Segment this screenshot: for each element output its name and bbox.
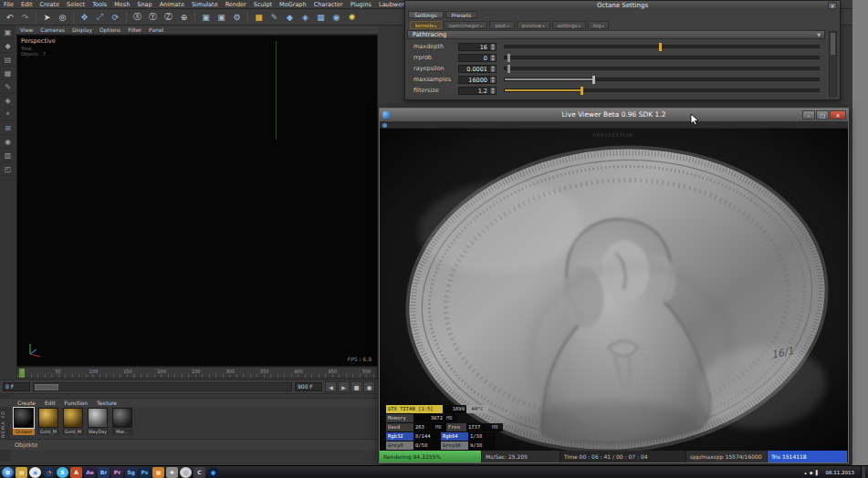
menu-mesh[interactable]: Mesh <box>110 0 133 9</box>
frame-range-slider[interactable] <box>33 382 292 391</box>
frame-start-field[interactable]: 0 F <box>3 382 30 391</box>
render-settings-icon[interactable]: ⚙ <box>230 10 244 24</box>
menu-file[interactable]: File <box>0 0 17 9</box>
param-slider[interactable] <box>504 88 820 92</box>
scale-icon[interactable]: ⤢ <box>93 10 107 24</box>
param-spinner[interactable] <box>489 76 497 84</box>
spinner-up-icon[interactable] <box>491 66 495 68</box>
viewport-menu-panel[interactable]: Panel <box>145 26 167 35</box>
slider-handle[interactable] <box>659 43 662 51</box>
taskbar-firefox-icon[interactable]: ◔ <box>43 467 55 478</box>
taskbar-aftereffects-icon[interactable]: Ae <box>84 467 96 478</box>
param-spinner[interactable] <box>489 54 497 62</box>
menu-sculpt[interactable]: Sculpt <box>250 0 276 9</box>
rotate-icon[interactable]: ⟳ <box>109 10 122 24</box>
viewport-menu-view[interactable]: View <box>16 26 37 35</box>
octane-dropdown-settings[interactable]: settings <box>552 21 586 29</box>
close-icon[interactable]: ✕ <box>828 2 837 9</box>
add-camera-icon[interactable]: ◉ <box>329 10 343 24</box>
record-button[interactable]: ● <box>363 381 375 392</box>
param-slider[interactable] <box>504 67 820 70</box>
taskbar-speedgrade-icon[interactable]: Sg <box>125 467 137 478</box>
material-gold-m[interactable]: Gold_M <box>37 408 59 436</box>
render-picture-viewer-icon[interactable]: ▣ <box>214 10 228 24</box>
tray-icon[interactable]: ▴ <box>804 470 807 475</box>
octane-tab-settings[interactable]: Settings <box>408 11 444 18</box>
menu-edit[interactable]: Edit <box>17 0 37 9</box>
param-spinner[interactable] <box>489 43 497 51</box>
x-axis-lock-icon[interactable]: Ⓧ <box>131 10 144 24</box>
dock-magnet-icon[interactable]: ◈ <box>0 94 16 108</box>
taskbar-audition-icon[interactable]: A <box>70 467 82 478</box>
menu-animate[interactable]: Animate <box>156 0 188 9</box>
stop-button[interactable]: ■ <box>350 381 362 392</box>
live-selection-icon[interactable]: ◎ <box>56 10 69 24</box>
spinner-down-icon[interactable] <box>491 80 495 83</box>
live-viewer-menustrip[interactable] <box>380 121 848 129</box>
coordinate-system-icon[interactable]: ⊕ <box>177 10 191 24</box>
menu-character[interactable]: Character <box>310 0 347 9</box>
selection-icon[interactable]: ➤ <box>40 10 54 24</box>
show-desktop-button[interactable] <box>861 466 865 478</box>
material-menu-edit[interactable]: Edit <box>40 400 60 406</box>
goto-start-button[interactable]: ◀ <box>325 381 337 392</box>
taskbar-bridge-icon[interactable]: Br <box>98 467 110 478</box>
taskbar-tiles-icon[interactable]: ▦ <box>152 467 164 478</box>
spinner-up-icon[interactable] <box>491 44 495 47</box>
taskbar-plugin-icon[interactable]: ✚ <box>166 467 178 478</box>
z-axis-lock-icon[interactable]: Ⓩ <box>162 10 175 24</box>
dock-texture-icon[interactable]: ▤ <box>0 53 16 67</box>
viewport-menu-filter[interactable]: Filter <box>124 26 145 35</box>
material-mat[interactable]: Mat... <box>111 408 133 436</box>
menu-snap[interactable]: Snap <box>133 0 155 9</box>
spinner-up-icon[interactable] <box>491 55 495 57</box>
tray-icon[interactable]: ▌ <box>816 470 820 475</box>
dock-workplane-icon[interactable]: ▦ <box>0 67 16 80</box>
taskbar-photoshop-icon[interactable]: Ps <box>139 467 151 478</box>
slider-handle[interactable] <box>592 76 595 84</box>
octane-settings-titlebar[interactable]: Octane Settings <box>405 1 840 10</box>
slider-handle[interactable] <box>507 54 510 62</box>
viewport-canvas[interactable]: Perspective TotalObjects : 7 FPS : 6.9 <box>16 35 378 367</box>
viewport-menu-options[interactable]: Options <box>96 26 124 35</box>
slider-handle[interactable] <box>507 65 510 73</box>
frame-end-field[interactable]: 900 F <box>295 382 322 391</box>
material-menu-function[interactable]: Function <box>60 400 93 406</box>
dock-pen-icon[interactable]: ✎ <box>0 80 16 94</box>
frame-slider-handle[interactable] <box>35 384 58 390</box>
maximize-button[interactable]: ▢ <box>816 110 829 120</box>
material-wayday[interactable]: WayDay <box>87 408 109 436</box>
minimize-button[interactable]: – <box>802 110 815 120</box>
viewport-menu-display[interactable]: Display <box>68 26 96 35</box>
dock-view-icon[interactable]: ▣ <box>0 26 16 39</box>
octane-scrollbar-thumb[interactable] <box>831 33 835 55</box>
taskbar-premiere-icon[interactable]: Pr <box>111 467 123 478</box>
start-button[interactable]: ⊞ <box>2 467 14 478</box>
dock-display-icon[interactable]: ◰ <box>0 162 16 176</box>
y-axis-lock-icon[interactable]: Ⓨ <box>146 10 160 24</box>
spinner-up-icon[interactable] <box>491 77 495 79</box>
render-view-icon[interactable]: ▣ <box>199 10 213 24</box>
play-button[interactable]: ▶ <box>338 381 350 392</box>
dock-grid-icon[interactable]: ⊞ <box>0 121 16 135</box>
material-menu-create[interactable]: Create <box>13 400 40 406</box>
spinner-up-icon[interactable] <box>491 88 495 90</box>
live-viewer-menu-icon[interactable] <box>382 123 387 128</box>
param-spinner[interactable] <box>489 65 497 73</box>
add-modifier-icon[interactable]: ◈ <box>298 10 312 24</box>
redo-icon[interactable]: ↷ <box>18 10 32 24</box>
add-light-icon[interactable]: ✺ <box>345 10 359 24</box>
add-generator-icon[interactable]: ◆ <box>283 10 297 24</box>
taskbar-chrome-icon[interactable]: ◉ <box>29 467 41 478</box>
menu-render[interactable]: Render <box>222 0 250 9</box>
param-slider[interactable] <box>504 78 820 81</box>
material-gold-m[interactable]: Gold_M <box>62 408 84 436</box>
taskbar-octane-icon[interactable]: ● <box>207 467 219 478</box>
dock-model-icon[interactable]: ◆ <box>0 39 16 53</box>
close-button[interactable]: ✕ <box>830 110 846 120</box>
live-viewer-canvas[interactable]: 16/1 PERSPEKTIVE GTX TITAN [1:5] 1699 44… <box>380 129 848 452</box>
undo-icon[interactable]: ↶ <box>3 10 16 24</box>
octane-dropdown-kernels[interactable]: kernels <box>410 21 442 29</box>
octane-tab-presets[interactable]: Presets <box>445 11 478 18</box>
menu-select[interactable]: Select <box>63 0 89 9</box>
